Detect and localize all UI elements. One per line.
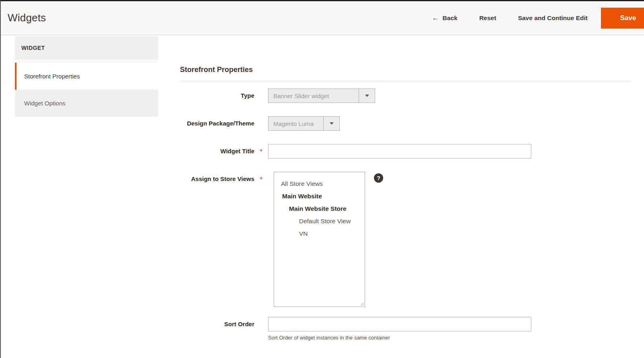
sidebar-item-label: Widget Options — [24, 100, 66, 107]
type-select-value: Banner Slider widget — [268, 89, 334, 103]
reset-button-label: Reset — [479, 14, 496, 22]
page-header: Widgets ← Back Reset Save and Continue E… — [1, 1, 644, 35]
theme-select-value: Magento Luma — [268, 117, 318, 130]
field-row-sort-order: Sort Order Sort Order of widget instance… — [180, 317, 631, 341]
field-row-theme: Design Package/Theme Magento Luma — [180, 116, 631, 131]
required-marker: * — [254, 175, 268, 183]
storefront-properties-form: Type Banner Slider widget Design Package… — [180, 88, 631, 341]
store-views-multiselect[interactable]: All Store Views Main Website Main Websit… — [274, 172, 365, 307]
dropdown-arrow-icon — [365, 95, 369, 97]
type-select: Banner Slider widget — [268, 88, 375, 103]
page-body: WIDGET Storefront Properties Widget Opti… — [1, 35, 644, 349]
sidebar-section-title: WIDGET — [15, 36, 158, 60]
save-and-continue-button[interactable]: Save and Continue Edit — [518, 14, 588, 22]
sidebar-separator — [15, 60, 158, 63]
store-view-option-default-store-view[interactable]: Default Store View — [274, 215, 365, 227]
sidebar-item-label: Storefront Properties — [24, 73, 80, 80]
widget-title-input[interactable] — [268, 144, 531, 158]
store-views-label: Assign to Store Views — [191, 175, 254, 183]
field-row-store-views: Assign to Store Views * All Store Views … — [180, 172, 631, 307]
dropdown-arrow-icon — [330, 122, 334, 125]
field-row-widget-title: Widget Title * — [180, 144, 631, 158]
save-button[interactable]: Save — [601, 8, 644, 29]
field-row-type: Type Banner Slider widget — [180, 88, 631, 103]
store-view-option-main-website[interactable]: Main Website — [274, 190, 365, 202]
theme-select-arrow-button — [323, 117, 339, 130]
store-view-option-all-store-views[interactable]: All Store Views — [274, 177, 365, 190]
back-arrow-icon: ← — [432, 14, 439, 21]
page-title: Widgets — [8, 12, 46, 24]
sort-order-input[interactable] — [268, 317, 531, 331]
type-select-arrow-button — [359, 89, 375, 103]
sidebar-item-widget-options[interactable]: Widget Options — [15, 90, 158, 117]
section-divider — [180, 81, 631, 81]
store-view-option-vn[interactable]: VN — [274, 227, 365, 240]
sort-order-note: Sort Order of widget instances in the sa… — [268, 335, 531, 341]
main-content: Storefront Properties Type Banner Slider… — [158, 35, 644, 349]
sort-order-label: Sort Order — [224, 320, 254, 328]
reset-button[interactable]: Reset — [479, 14, 496, 22]
store-view-option-main-website-store[interactable]: Main Website Store — [274, 202, 365, 215]
help-icon[interactable]: ? — [374, 173, 383, 183]
save-and-continue-label: Save and Continue Edit — [518, 14, 588, 22]
required-marker: * — [254, 147, 268, 155]
sidebar-item-storefront-properties[interactable]: Storefront Properties — [15, 63, 158, 90]
back-button[interactable]: ← Back — [432, 14, 458, 22]
widget-title-label: Widget Title — [220, 147, 254, 155]
theme-select: Magento Luma — [268, 116, 340, 131]
back-button-label: Back — [443, 14, 458, 22]
section-heading: Storefront Properties — [180, 66, 631, 74]
sidebar-nav: WIDGET Storefront Properties Widget Opti… — [15, 36, 158, 117]
resize-handle-icon[interactable] — [360, 302, 364, 306]
header-actions: ← Back Reset Save and Continue Edit Save — [411, 8, 644, 29]
type-label: Type — [241, 92, 254, 100]
theme-label: Design Package/Theme — [187, 119, 254, 128]
